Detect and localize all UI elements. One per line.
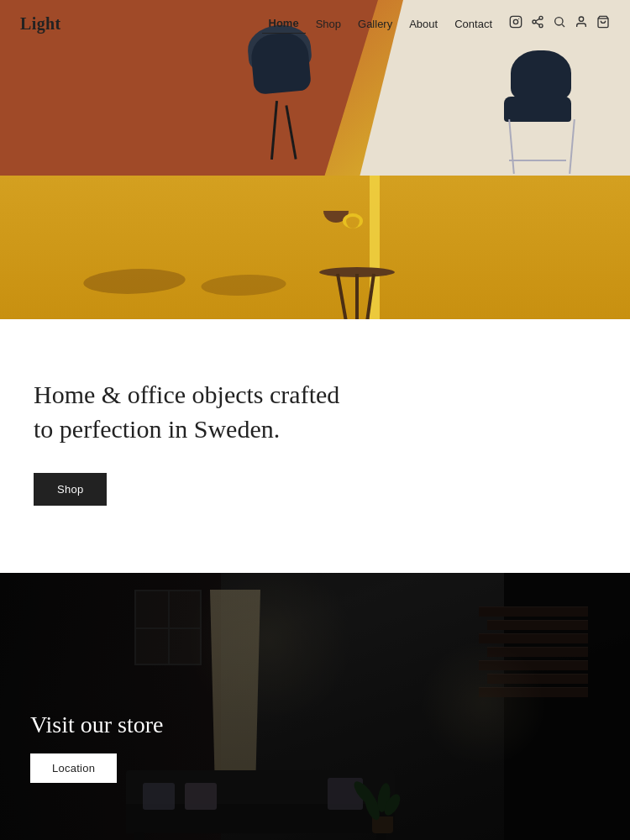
shop-button[interactable]: Shop	[34, 473, 107, 506]
svg-point-1	[513, 19, 517, 24]
chair-2-leg-right	[569, 119, 575, 174]
hero-floor	[0, 176, 630, 319]
main-nav: Home Shop Gallery About Contact	[262, 13, 610, 34]
site-header: Light Home Shop Gallery About Contact	[0, 0, 630, 47]
chair-2-crossbar	[509, 160, 566, 161]
svg-line-7	[536, 18, 540, 21]
search-icon[interactable]	[553, 15, 566, 32]
intro-tagline: Home & office objects crafted to perfect…	[34, 378, 353, 446]
site-logo[interactable]: Light	[20, 14, 61, 34]
svg-point-3	[539, 16, 543, 19]
cart-icon[interactable]	[596, 15, 610, 32]
headphones	[343, 213, 363, 228]
nav-contact[interactable]: Contact	[448, 14, 499, 34]
svg-point-4	[533, 20, 536, 24]
nav-home[interactable]: Home	[262, 13, 306, 34]
svg-line-6	[536, 23, 540, 25]
hero-background	[0, 0, 630, 319]
chair-2	[504, 50, 580, 176]
chair-1-leg-2	[285, 105, 297, 160]
nav-icons	[509, 15, 610, 32]
nav-about[interactable]: About	[402, 14, 444, 34]
store-dark-overlay	[0, 573, 630, 840]
chair-1-leg-1	[270, 101, 278, 160]
store-section: Visit our store Location	[0, 573, 630, 840]
nav-shop[interactable]: Shop	[309, 14, 348, 34]
store-background: Visit our store Location	[0, 573, 630, 840]
table-leg-2	[355, 274, 359, 319]
svg-point-8	[555, 18, 563, 25]
intro-section: Home & office objects crafted to perfect…	[0, 319, 630, 573]
share-icon[interactable]	[531, 15, 544, 32]
chair-2-seat	[504, 97, 571, 122]
svg-point-5	[539, 24, 543, 28]
account-icon[interactable]	[575, 15, 588, 32]
store-title: Visit our store	[30, 711, 164, 738]
chair-2-leg-left	[508, 119, 515, 174]
location-button[interactable]: Location	[30, 753, 117, 783]
svg-point-10	[579, 17, 583, 21]
nav-gallery[interactable]: Gallery	[351, 14, 399, 34]
svg-point-2	[518, 18, 519, 19]
instagram-icon[interactable]	[509, 15, 522, 32]
svg-rect-0	[510, 16, 521, 27]
store-text-block: Visit our store Location	[30, 711, 164, 783]
hero-section	[0, 0, 630, 319]
side-table	[319, 267, 395, 277]
chair-2-back	[511, 50, 571, 101]
svg-line-9	[562, 24, 564, 27]
